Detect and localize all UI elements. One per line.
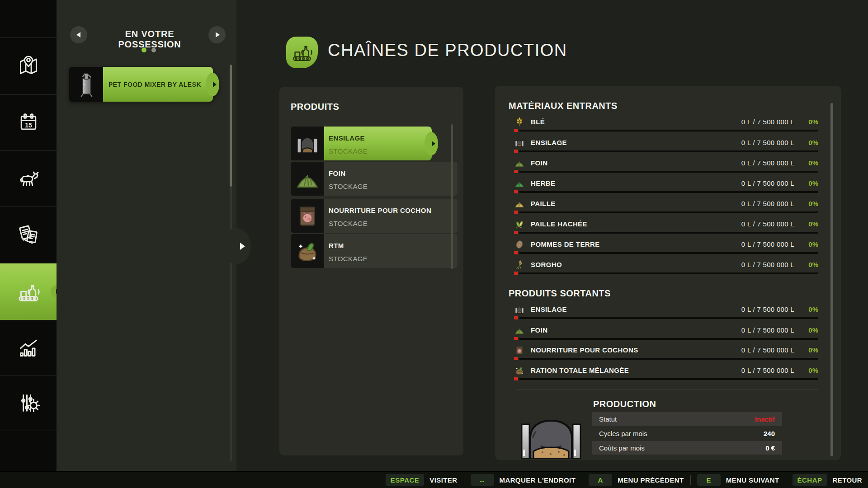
page-title: CHAÎNES DE PRODUCTION [328,41,567,60]
details-scrollbar[interactable] [830,103,833,456]
fill-bar [519,338,818,340]
material-percent: 0% [808,200,818,207]
sidebar-item-contracts[interactable] [0,206,57,263]
bar-chart-icon [16,335,41,361]
page-dot-active[interactable] [142,47,146,52]
sidebar-item-calendar[interactable] [0,94,57,150]
section-divider [515,389,818,389]
material-value: 0 L / 7 500 000 L [741,261,794,268]
mixer-thumbnail [69,67,103,102]
documents-icon [16,222,41,247]
hint-label: RETOUR [833,476,862,484]
sidebar-item-statistics[interactable] [0,320,57,376]
material-label: RATION TOTALE MÉLANGÉE [531,366,629,374]
arrow-left-icon [76,32,80,38]
fill-bar-marker [514,251,518,254]
material-label: ENSILAGE [531,305,567,313]
fill-bar [519,358,818,360]
product-item-rtm[interactable]: RTM STOCKAGE [291,234,458,268]
silage-icon [514,138,524,148]
production-icon [16,279,41,305]
page-dot[interactable] [151,48,156,52]
material-row: HERBE 0 L / 7 500 000 L 0% [514,178,818,196]
possession-scrollbar-thumb[interactable] [230,65,232,187]
hint-previous-menu[interactable]: A MENU PRÉCÉDENT [589,474,684,486]
possession-panel: EN VOTRE POSSESSION PET FOOD MIXER BY AL… [57,0,236,488]
fill-bar [519,272,818,274]
production-title: PRODUCTION [593,399,656,409]
material-row: POMMES DE TERRE 0 L / 7 500 000 L 0% [514,239,818,257]
silage-icon [514,305,524,314]
material-label: SORGHO [531,261,562,268]
product-sub: STOCKAGE [329,220,368,227]
arrow-right-icon [213,82,217,87]
sliders-gear-icon [16,390,41,416]
tmr-icon [295,239,320,263]
stat-label: Cycles par mois [599,430,647,437]
fill-bar [519,191,818,193]
hint-back[interactable]: ÉCHAP RETOUR [793,474,862,486]
material-label: FOIN [531,326,547,334]
status-badge: Inactif [755,415,775,423]
material-value: 0 L / 7 500 000 L [741,366,794,374]
sidebar-item-production[interactable] [0,263,57,320]
material-row: BLÉ 0 L / 7 500 000 L 0% [514,116,818,134]
material-label: ENSILAGE [531,139,567,146]
material-row: ENSILAGE 0 L / 7 500 000 L 0% [514,304,818,322]
sidebar-item-settings[interactable] [0,375,57,431]
product-body [324,199,458,233]
fill-bar-marker [514,377,518,380]
material-row: ENSILAGE 0 L / 7 500 000 L 0% [514,137,818,155]
product-name: ENSILAGE [329,134,365,142]
owned-production-item[interactable]: PET FOOD MIXER BY ALESK [69,67,217,102]
fill-bar-marker [514,316,518,319]
prev-page-button[interactable] [70,26,87,43]
material-label: HERBE [531,179,556,187]
material-row: SORGHO 0 L / 7 500 000 L 0% [514,259,818,277]
product-item-nourriture-cochon[interactable]: NOURRITURE POUR COCHON STOCKAGE [291,199,458,233]
product-item-ensilage[interactable]: ENSILAGE STOCKAGE [291,127,458,160]
pig-food-icon [514,345,524,355]
product-sub: STOCKAGE [329,255,368,263]
potato-icon [514,239,524,249]
possession-title: EN VOTRE POSSESSION [97,29,202,50]
fill-bar [519,171,818,173]
material-label: PAILLE [531,200,556,207]
product-body [324,127,432,160]
key-e: E [697,474,721,486]
product-thumb [291,127,324,160]
arrow-right-icon [432,141,435,146]
sidebar-item-animals[interactable] [0,150,57,206]
fill-bar-marker [514,129,518,132]
outputs-title: PRODUITS SORTANTS [509,288,611,299]
separator [464,475,464,485]
hint-next-menu[interactable]: E MENU SUIVANT [697,474,779,486]
material-value: 0 L / 7 500 000 L [741,240,794,248]
sidebar-item-map[interactable] [0,38,57,94]
material-value: 0 L / 7 500 000 L [741,346,794,354]
material-value: 0 L / 7 500 000 L [741,159,794,167]
next-page-button[interactable] [208,26,226,43]
material-label: PAILLE HACHÉE [531,220,587,228]
products-scrollbar[interactable] [451,124,453,269]
material-percent: 0% [808,159,818,167]
keybind-footer: ESPACE VISITER ↔ MARQUER L'ENDROIT A MEN… [0,471,868,488]
product-sub: STOCKAGE [329,183,368,190]
hint-visit[interactable]: ESPACE VISITER [386,474,458,486]
product-item-foin[interactable]: FOIN STOCKAGE [291,162,458,196]
product-name: NOURRITURE POUR COCHON [329,206,431,214]
separator [786,475,786,485]
hint-mark-spot[interactable]: ↔ MARQUER L'ENDROIT [471,474,576,486]
material-value: 0 L / 7 500 000 L [741,220,794,228]
fill-bar-marker [514,231,518,234]
arrow-right-icon [216,32,220,38]
wavy-edge [206,73,219,96]
panel-expand-button[interactable] [222,228,251,264]
material-label: POMMES DE TERRE [531,240,600,248]
material-label: NOURRITURE POUR COCHONS [531,346,638,354]
production-icon [290,41,314,64]
fill-bar-marker [514,190,518,193]
fill-bar [519,378,818,380]
fill-bar-marker [514,272,518,275]
production-details-panel: MATÉRIAUX ENTRANTS BLÉ 0 L / 7 500 000 L… [495,86,841,460]
